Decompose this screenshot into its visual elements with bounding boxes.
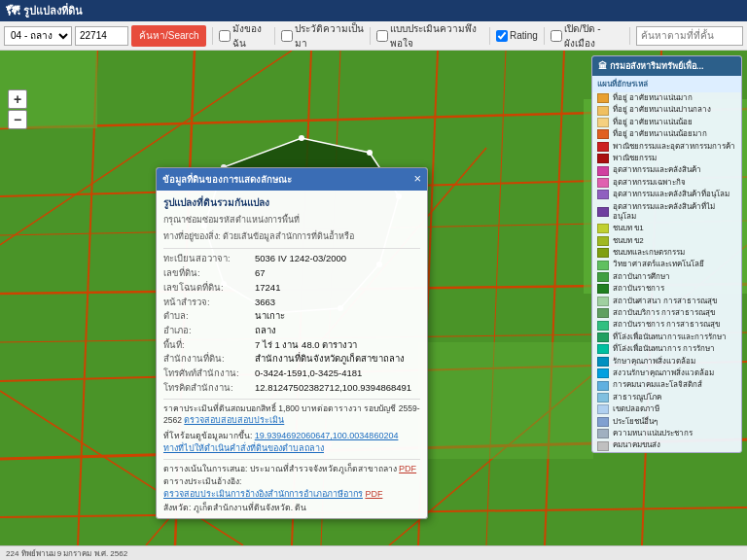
legend-item-label: ประโยชน์อื่นๆ bbox=[613, 417, 658, 427]
popup-field-row: โทรคิดสำนักงาน:12.81247502382712,100.939… bbox=[163, 381, 420, 396]
legend-color-swatch bbox=[597, 190, 609, 199]
legend-color-swatch bbox=[597, 308, 609, 318]
app-title: รูปแปลงที่ดิน bbox=[23, 2, 83, 19]
legend-item: สาธารณูปโภค bbox=[592, 392, 741, 403]
field-value: 67 bbox=[255, 266, 266, 281]
legend-color-swatch bbox=[597, 166, 609, 176]
svg-point-24 bbox=[367, 150, 373, 156]
legend-item-label: ที่อยู่ อาศัยหนาแน่นปานกลาง bbox=[613, 105, 711, 115]
field-value: สำนักงานที่ดินจังหวัดภูเก็ตสาขาถลาง bbox=[255, 352, 405, 367]
popup-field-row: พื้นที่:7 ไร่ 1 งาน 48.0 ตารางวา bbox=[163, 338, 420, 353]
legend-item: คมนาคมขนส่ง bbox=[592, 439, 741, 451]
popup-divider-2 bbox=[163, 399, 420, 400]
openclose-check[interactable]: เปิด/ปิด - ผังเมือง bbox=[551, 21, 623, 51]
legend-color-swatch bbox=[597, 248, 609, 258]
legend-item: ที่โล่งเพื่อนันทนาการและการรักษา bbox=[592, 332, 741, 343]
legend-item-label: อุตสาหกรรมและคลังสินค้าที่อนุโลม bbox=[613, 190, 729, 199]
zoom-in-button[interactable]: + bbox=[8, 89, 27, 109]
legend-item: ประโยชน์อื่นๆ bbox=[592, 416, 741, 428]
popup-bottom2: ตารางประเมินอ้างอิง: bbox=[163, 475, 420, 488]
legend-color-swatch bbox=[597, 93, 609, 103]
legend-item: รักษาคุณภาพสิ่งแวดล้อม bbox=[592, 356, 741, 368]
popup-address: ตรวจสอบประเมินการอ้างอิงสำนักการอำเภอภาษ… bbox=[163, 488, 420, 502]
legend-color-swatch bbox=[597, 272, 609, 282]
popup-coords-link[interactable]: 19.9394692060647,100.0034860204 bbox=[255, 431, 399, 440]
legend-color-swatch bbox=[597, 236, 609, 246]
popup-field-row: เลขโฉนดที่ดิน:17241 bbox=[163, 281, 420, 296]
popup-note1-link[interactable]: ตรวจสอบสอบสอบประเมิน bbox=[184, 415, 284, 425]
popup-subtitle2: ทางที่อยู่ของสิ่ง: ด้วยเส้นข้อมูลสำนักกา… bbox=[163, 230, 420, 244]
search-field[interactable] bbox=[636, 26, 743, 46]
legend-color-swatch bbox=[597, 381, 609, 391]
search-button[interactable]: ค้นหา/Search bbox=[131, 25, 206, 47]
popup-more: ทางที่ไปให้ดำเนินคำสั่งที่ดินของตำบลถลาง bbox=[163, 442, 420, 456]
map-container[interactable]: + − ข้อมูลที่ดินของการแสดงลักษณะ × รูปแป… bbox=[0, 51, 747, 545]
legend-color-swatch bbox=[597, 321, 609, 331]
map-icon: 🗺 bbox=[6, 3, 19, 18]
legend-item-label: คมนาคมขนส่ง bbox=[613, 440, 660, 450]
svg-point-23 bbox=[299, 135, 304, 141]
popup-pdf2-link[interactable]: PDF bbox=[365, 489, 382, 499]
field-label: โทรคิดสำนักงาน: bbox=[163, 381, 251, 396]
field-value: 12.81247502382712,100.9394868491 bbox=[255, 381, 411, 396]
legend-item: ที่โล่งเพื่อนันทนาการ การรักษา bbox=[592, 343, 741, 355]
district-dropdown[interactable]: 04 - ถลาง bbox=[4, 26, 72, 46]
legend-item-label: สาธารณูปโภค bbox=[613, 393, 661, 402]
legend-color-swatch bbox=[597, 106, 609, 116]
legend-item: สถาบันบริการ การสาธารณสุข bbox=[592, 307, 741, 319]
legend-item-label: พาณิชยกรรมและอุตสาหกรรมการค้า bbox=[613, 142, 735, 152]
legend-item-label: ที่โล่งเพื่อนันทนาการและการรักษา bbox=[613, 332, 727, 342]
legend-header: 🏛 กรมอสังหาริมทรัพย์เพื่อ... bbox=[592, 56, 741, 76]
legend-item: ชนบท ข2 bbox=[592, 235, 741, 247]
rating-map-check[interactable]: แบบประเมินความพึงพอใจ bbox=[376, 21, 483, 51]
legend-item: สถาบันศาสนา การสาธารณสุข bbox=[592, 296, 741, 307]
popup-divider-1 bbox=[163, 248, 420, 249]
legend-color-swatch bbox=[597, 224, 609, 233]
field-label: หน้าสำรวจ: bbox=[163, 296, 251, 310]
popup-more-link[interactable]: ทางที่ไปให้ดำเนินคำสั่งที่ดินของตำบลถลาง bbox=[163, 443, 324, 453]
field-value: 0-3424-1591,0-3425-4181 bbox=[255, 367, 362, 381]
field-label: โทรศัพท์สำนักงาน: bbox=[163, 367, 251, 381]
field-label: พื้นที่: bbox=[163, 338, 251, 353]
legend-color-swatch bbox=[597, 417, 609, 427]
zoom-out-button[interactable]: − bbox=[8, 110, 27, 129]
field-value: ถลาง bbox=[255, 324, 276, 338]
legend-items: ที่อยู่ อาศัยหนาแน่นมากที่อยู่ อาศัยหนาแ… bbox=[592, 92, 741, 452]
popup-field-row: อำเภอ:ถลาง bbox=[163, 324, 420, 338]
legend-color-swatch bbox=[597, 118, 609, 127]
evaluate-check[interactable]: ประวัติความเป็นมา bbox=[281, 21, 364, 51]
legend-item: อุตสาหกรรมเฉพาะกิจ bbox=[592, 177, 741, 189]
popup-field-row: เลขที่ดิน:67 bbox=[163, 266, 420, 281]
rating-check[interactable]: Rating bbox=[496, 30, 538, 42]
popup-close-button[interactable]: × bbox=[413, 172, 421, 185]
divider-5 bbox=[544, 27, 545, 45]
legend-item: พาณิชยกรรม bbox=[592, 153, 741, 164]
legend-item: ชนบทและเกษตรกรรม bbox=[592, 247, 741, 259]
zoom-controls: + − bbox=[8, 89, 27, 129]
myfavorite-check[interactable]: มังของฉัน bbox=[219, 21, 267, 51]
legend-item: อุตสาหกรรมและคลังสินค้าที่ไม่อนุโลม bbox=[592, 201, 741, 224]
toolbar: 04 - ถลาง ค้นหา/Search มังของฉัน ประวัติ… bbox=[0, 21, 747, 51]
popup-header-text: ข้อมูลที่ดินของการแสดงลักษณะ bbox=[162, 172, 292, 187]
legend-item: ความหนาแน่นประชากร bbox=[592, 428, 741, 439]
divider-4 bbox=[489, 27, 490, 45]
legend-item: สถาบันราชการ การสาธารณสุข bbox=[592, 319, 741, 331]
legend-item-label: ที่อยู่ อาศัยหนาแน่นน้อยมาก bbox=[613, 129, 707, 139]
svg-rect-32 bbox=[418, 342, 593, 459]
popup-field-row: สำนักงานที่ดิน:สำนักงานที่ดินจังหวัดภูเก… bbox=[163, 352, 420, 367]
legend-color-swatch bbox=[597, 404, 609, 414]
legend-color-swatch bbox=[597, 332, 609, 342]
field-label: ตำบล: bbox=[163, 309, 251, 324]
popup-address-link[interactable]: ตรวจสอบประเมินการอ้างอิงสำนักการอำเภอภาษ… bbox=[163, 489, 363, 499]
legend-item-label: สถาบันราชการ การสาธารณสุข bbox=[613, 320, 720, 330]
parcel-input[interactable] bbox=[75, 26, 128, 46]
popup-pdf1-link[interactable]: PDF bbox=[399, 464, 416, 473]
legend-item-label: รักษาคุณภาพสิ่งแวดล้อม bbox=[613, 357, 695, 367]
legend-color-swatch bbox=[597, 207, 609, 217]
legend-item-label: สถาบันการศึกษา bbox=[613, 272, 670, 282]
popup-note2: ที่โทร้อนดูข้อมูลมากขึ้น: 19.93946920606… bbox=[163, 430, 420, 443]
field-value: 5036 IV 1242-03/2000 bbox=[255, 252, 346, 266]
legend-item-label: อุตสาหกรรมและคลังสินค้าที่ไม่อนุโลม bbox=[613, 202, 736, 223]
field-value: 7 ไร่ 1 งาน 48.0 ตารางวา bbox=[255, 338, 357, 353]
legend-item: วิทยาศาสตร์และเทคโนโลยี bbox=[592, 259, 741, 270]
